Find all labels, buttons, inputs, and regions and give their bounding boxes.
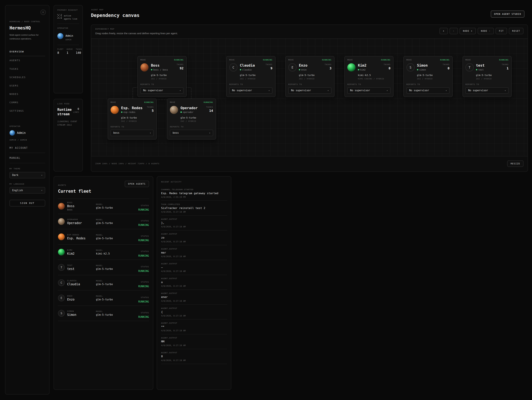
fleet-row[interactable]: E ENZO Enzo MODEL glm-5-turbo STATUS RUN…: [58, 290, 149, 306]
agent-node[interactable]: MOVE RUNNING T test test TASKS 1: [462, 56, 512, 97]
open-agents-button[interactable]: OPEN AGENTS: [125, 181, 149, 187]
chevron-down-icon: ▾: [41, 189, 42, 192]
dependency-canvas[interactable]: MOVE RUNNING Boss boss / boss TASKS 9: [91, 38, 528, 156]
activity-item[interactable]: AGENT.OUTPUT zo 4/8/2026, 8:27:18 AM: [161, 231, 227, 245]
fleet-row[interactable]: OPERADOR Operador MODEL glm-5-turbo STAT…: [58, 214, 149, 229]
node-model-block: kimi-k2.5 KIMI-CODING / HYBRID: [358, 74, 390, 80]
activity-type: AGENT.OUTPUT: [161, 292, 227, 294]
supervisor-select[interactable]: No supervisor ▾: [406, 87, 450, 94]
model-column-label: MODEL: [96, 310, 138, 313]
sidebar-nav-item[interactable]: AGENTS: [10, 56, 45, 65]
fleet-row[interactable]: T TEST test MODEL glm-5-turbo STATUS RUN…: [58, 260, 149, 275]
map-toolbar-button[interactable]: RESET: [509, 28, 524, 34]
node-move-handle[interactable]: MOVE: [465, 59, 471, 61]
agent-node[interactable]: MOVE RUNNING E Enzo enzo TASKS 3: [285, 56, 335, 97]
fleet-row[interactable]: ESP-REDES Esp. Redes MODEL glm-5-turbo S…: [58, 229, 149, 245]
activity-message: mar: [161, 251, 227, 254]
map-toolbar-button[interactable]: NODE +: [460, 28, 476, 34]
sign-out-button[interactable]: SIGN OUT: [10, 200, 45, 206]
node-move-handle[interactable]: MOVE: [406, 59, 412, 61]
agent-avatar: E: [58, 295, 65, 301]
activity-item[interactable]: AGENT.OUTPUT ener 4/8/2026, 8:27:18 AM: [161, 290, 227, 305]
sidebar-nav-item[interactable]: SCHEDULES: [10, 73, 45, 81]
node-move-handle[interactable]: MOVE: [111, 101, 116, 103]
sidebar-nav-item[interactable]: USERS: [10, 81, 45, 90]
map-toolbar-button[interactable]: NODE -: [478, 28, 494, 34]
supervisor-select[interactable]: No supervisor ▾: [229, 87, 272, 94]
theme-select[interactable]: Dark ▾: [10, 172, 45, 178]
activity-item[interactable]: TASK.COMPLETED SixTracker reinstall test…: [161, 201, 227, 216]
agent-model: glm-5-turbo: [96, 283, 138, 286]
readout-operator-block: Admin ADMIN: [57, 32, 79, 41]
agent-model-tag: ZAI / HYBRID: [151, 77, 179, 80]
chevron-down-icon: ▾: [150, 132, 151, 134]
sidebar-link[interactable]: MANUAL: [10, 153, 45, 163]
fleet-row[interactable]: S SIMON Simon MODEL glm-5-turbo STATUS R…: [58, 306, 149, 321]
fleet-row[interactable]: KIM2 Kim2 MODEL kimi-k2.5 STATUS RUNNING: [58, 245, 149, 260]
node-move-handle[interactable]: MOVE: [140, 59, 146, 61]
activity-item[interactable]: AGENT.OUTPUT MM 4/8/2026, 8:27:18 AM: [161, 334, 227, 349]
fleet-row[interactable]: BOSS Boss boss MODEL glm-5-turbo STATUS …: [58, 199, 149, 214]
sidebar-nav-item[interactable]: SETTINGS: [10, 107, 45, 115]
node-header: MOVE RUNNING: [170, 101, 213, 103]
node-main: S Simon simon TASKS 0: [406, 63, 450, 71]
map-toolbar-button[interactable]: FIT: [495, 28, 507, 34]
agent-node[interactable]: MOVE RUNNING C Claudia claudia TASKS 9: [226, 56, 275, 97]
agent-name: Esp. Redes: [121, 106, 144, 110]
sidebar-nav-item[interactable]: NODES: [10, 90, 45, 98]
activity-item[interactable]: AGENT.OUTPUT – 4/8/2026, 8:27:18 AM: [161, 260, 227, 275]
activity-item[interactable]: AGENT.OUTPUT 8 4/8/2026, 8:27:18 AM: [161, 349, 227, 364]
agent-node[interactable]: MOVE RUNNING Kim2 kim2 TASKS 0: [344, 56, 393, 97]
supervisor-select[interactable]: boss ▾: [111, 130, 154, 136]
node-move-handle[interactable]: MOVE: [288, 59, 294, 61]
operator-block: Admin: [10, 130, 45, 136]
language-select[interactable]: English ▾: [10, 187, 45, 194]
map-toolbar-button[interactable]: +: [439, 28, 448, 34]
agent-node[interactable]: MOVE RUNNING S Simon simon TASKS 0: [403, 56, 452, 97]
agent-node[interactable]: MOVE RUNNING Esp. Redes esp-redes TASKS: [108, 98, 157, 140]
activity-item[interactable]: CHANNEL.TELEGRAM.STARTED Esp. Redes tele…: [161, 186, 227, 201]
agent-subtitle: operador: [183, 111, 194, 113]
agent-model: kimi-k2.5: [358, 74, 390, 77]
node-move-handle[interactable]: MOVE: [229, 59, 235, 61]
sidebar-nav-item[interactable]: OVERVIEW: [10, 47, 45, 56]
agent-node[interactable]: MOVE RUNNING Operador operador TASKS: [167, 98, 216, 140]
avatar-letter: E: [291, 66, 293, 69]
node-status-badge: RUNNING: [322, 59, 331, 61]
node-move-handle[interactable]: MOVE: [347, 59, 353, 61]
sidebar-nav-item[interactable]: TASKS: [10, 65, 45, 73]
agent-node[interactable]: MOVE RUNNING Boss boss / boss TASKS 9: [137, 56, 186, 97]
fleet-row[interactable]: C CLAUDIA Claudia MODEL glm-5-turbo STAT…: [58, 275, 149, 290]
supervisor-value: No supervisor: [143, 89, 163, 92]
activity-type: AGENT.OUTPUT: [161, 248, 227, 250]
activity-type: TASK.COMPLETED: [161, 203, 227, 206]
tasks-count: 0: [443, 66, 450, 70]
tasks-count: 1: [502, 66, 509, 70]
activity-item[interactable]: AGENT.OUTPUT ** 4/8/2026, 8:27:18 AM: [161, 319, 227, 334]
agent-status: RUNNING: [138, 239, 149, 242]
activity-item[interactable]: AGENT.OUTPUT o 4/8/2026, 8:27:16 AM: [161, 275, 227, 290]
map-toolbar-button[interactable]: -: [450, 28, 458, 34]
supervisor-select[interactable]: boss ▾: [170, 130, 213, 136]
supervisor-select[interactable]: No supervisor ▾: [140, 87, 184, 94]
supervisor-value: No supervisor: [409, 89, 429, 92]
activity-item[interactable]: AGENT.OUTPUT mar 4/8/2026, 8:27:18 AM: [161, 245, 227, 260]
sidebar-link[interactable]: MY ACCOUNT: [10, 143, 45, 153]
page-title: Dependency canvas: [91, 13, 139, 18]
collapse-sidebar-button[interactable]: ‹: [40, 10, 46, 15]
supervisor-select[interactable]: No supervisor ▾: [465, 87, 508, 94]
open-agent-studio-button[interactable]: OPEN AGENT STUDIO: [491, 11, 525, 18]
resize-button[interactable]: RESIZE: [507, 161, 523, 167]
node-tasks: TASKS 0: [384, 63, 391, 71]
agent-model: glm-5-turbo: [180, 116, 213, 119]
activity-item[interactable]: AGENT.OUTPUT { 4/8/2026, 8:27:16 AM: [161, 305, 227, 319]
agent-avatar: [58, 203, 65, 210]
activity-item[interactable]: AGENT.OUTPUT }, 4/8/2026, 8:27:18 AM: [161, 216, 227, 231]
sidebar-nav-item[interactable]: COMMS: [10, 98, 45, 107]
chevron-down-icon: ▾: [446, 89, 447, 92]
node-tasks: TASKS 92: [177, 63, 184, 71]
supervisor-select[interactable]: No supervisor ▾: [347, 87, 390, 94]
agent-model: glm-5-turbo: [121, 116, 154, 119]
node-move-handle[interactable]: MOVE: [170, 101, 175, 103]
supervisor-select[interactable]: No supervisor ▾: [288, 87, 331, 94]
